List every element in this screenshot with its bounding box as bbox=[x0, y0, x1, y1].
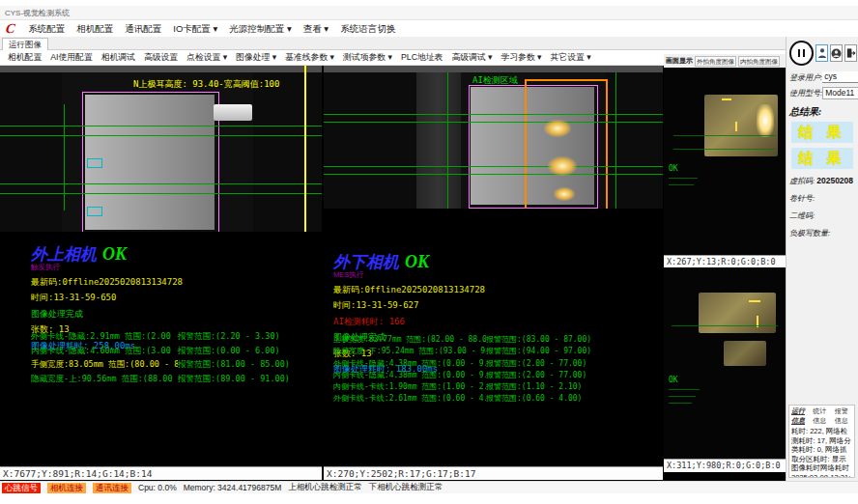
preview-tab-inner[interactable]: 内拍角度图像 bbox=[738, 56, 780, 67]
model-label: 使用型号: bbox=[789, 88, 822, 98]
camera-link-badge: 相机连接 bbox=[47, 483, 86, 493]
baseline-green bbox=[324, 122, 663, 123]
result-display-bottom: 结 果 bbox=[791, 148, 853, 169]
cpu-usage: Cpu: 0.0% bbox=[138, 483, 177, 492]
preview-header: 画面显示 外拍角度图像 内拍角度图像 bbox=[664, 54, 786, 68]
camera1-barcode: 最新码:0ffline2025020813134728 bbox=[31, 276, 318, 289]
menu-comm-config[interactable]: 通讯配置 bbox=[125, 23, 161, 36]
machine-shadow bbox=[253, 72, 322, 232]
measurement-row: 上极宽度:83.77mm 范围:(82.00 - 88.00) 报警范围:(83… bbox=[333, 334, 661, 346]
menu-camera-config[interactable]: 相机配置 bbox=[76, 23, 113, 36]
measurement-row: 外侧卡线-卡线:2.61mm 范围:(0.60 - 4.00) 报警范围:(0.… bbox=[333, 393, 661, 405]
login-user-value[interactable]: cys bbox=[822, 71, 858, 83]
tool-ai-config[interactable]: AI使用配置 bbox=[50, 52, 93, 64]
tool-advanced-settings[interactable]: 高级设置 bbox=[144, 52, 178, 64]
logout-button[interactable] bbox=[844, 44, 857, 62]
tool-spot-check[interactable]: 点检设置 ▾ bbox=[186, 52, 227, 64]
camera2-panel: AI检测区域 外下相机 OK MES执行 最新码:0ffline20250208… bbox=[324, 66, 663, 466]
weld-highlight bbox=[554, 187, 575, 201]
measurement-row: 内侧卡线-隐藏:4.38mm 范围:(0.00 - 9.00) 报警范围:(2.… bbox=[333, 370, 661, 381]
camera2-barcode: 最新码:0ffline2025020813134728 bbox=[333, 284, 659, 296]
camera2-measurements: 上极宽度:83.77mm 范围:(82.00 - 88.00) 报警范围:(83… bbox=[333, 334, 661, 406]
model-row: 使用型号: Mode11 bbox=[789, 87, 855, 99]
tool-baseline-params[interactable]: 基准线参数 ▾ bbox=[285, 52, 334, 64]
memory-usage: Memory: 3424.41796875M bbox=[184, 483, 282, 492]
measure-value: 上极宽度:83.77mm 范围:(82.00 - 88.00) bbox=[333, 334, 486, 346]
weld-highlight bbox=[544, 120, 571, 137]
tool-camera-config[interactable]: 相机配置 bbox=[8, 52, 42, 64]
model-value[interactable]: Mode11 bbox=[822, 87, 858, 99]
mark-yellow bbox=[735, 122, 737, 131]
edge-mark-cyan bbox=[87, 158, 102, 168]
baseline-green bbox=[324, 114, 663, 115]
user-dark-icon bbox=[831, 48, 842, 59]
camera1-measurements: 外侧卡线-隐藏:2.91mm 范围:(2.00 - 3.50) 报警范围:(2.… bbox=[31, 329, 320, 385]
baseline-green bbox=[0, 193, 322, 194]
upper-camera-heartbeat-msg: 上相机心跳检测正常 bbox=[288, 482, 362, 493]
window-titlebar: CYS-视觉检测系统 bbox=[0, 6, 858, 20]
tool-other-settings[interactable]: 其它设置 ▾ bbox=[551, 52, 591, 64]
pause-button[interactable] bbox=[789, 41, 814, 66]
baseline-green bbox=[0, 183, 322, 184]
preview1-image-view[interactable]: OK bbox=[664, 68, 786, 255]
total-result-label: 总结果: bbox=[789, 105, 855, 119]
tool-learn-params[interactable]: 学习参数 ▾ bbox=[500, 52, 541, 64]
preview-text-line bbox=[669, 396, 696, 397]
menu-bar: C 系统配置 相机配置 通讯配置 IO卡配置 ▾ 光源控制配置 ▾ 查看 ▾ 系… bbox=[0, 21, 858, 37]
user-switch-button[interactable] bbox=[830, 44, 843, 62]
anode-write-count-field: 负极写数量: bbox=[789, 228, 855, 238]
menu-light-config[interactable]: 光源控制配置 ▾ bbox=[229, 23, 291, 36]
ruler-line-yellow bbox=[304, 66, 306, 232]
needle-number-label: 卷针号: bbox=[789, 194, 815, 203]
run-log-text: 耗时: 222, 网络检测耗时: 17, 网络分类耗时: 0, 网络抓取分区耗时… bbox=[789, 427, 854, 478]
sidebar-buttons bbox=[786, 37, 858, 68]
window-title: CYS-视觉检测系统 bbox=[5, 9, 70, 17]
preview1-ok-text: OK bbox=[669, 164, 678, 173]
mark-yellow bbox=[722, 98, 731, 100]
info-tabs: 运行信息 统计信息 报警信息 bbox=[789, 406, 854, 427]
tool-image-processing[interactable]: 图像处理 ▾ bbox=[236, 52, 276, 64]
tool-advanced-debug[interactable]: 高级调试 ▾ bbox=[451, 52, 492, 64]
tab-alarm-info[interactable]: 报警信息 bbox=[835, 406, 852, 426]
qr-code-field: 二维码: bbox=[789, 210, 855, 221]
measure-value: 手侧宽度:83.05mm 范围:(80.00 - 86.00) bbox=[31, 357, 178, 372]
measurement-row: 内侧卡线-隐藏:4.60mm 范围:(3.00 - 6.00) 报警范围:(0.… bbox=[31, 344, 320, 358]
comm-link-badge: 通讯连接 bbox=[93, 483, 131, 493]
camera2-overlay-label: AI检测区域 bbox=[472, 74, 518, 87]
camera1-done: 图像处理完成 bbox=[31, 308, 318, 321]
camera2-image-view[interactable]: AI检测区域 bbox=[324, 66, 663, 209]
preview-header-label: 画面显示 bbox=[666, 56, 693, 66]
menu-io-config[interactable]: IO卡配置 ▾ bbox=[173, 23, 217, 36]
camera2-pixel-coords: X:270;Y:2502;R:17;G:17;B:17 bbox=[324, 466, 663, 480]
status-bar: 心跳信号 相机连接 通讯连接 Cpu: 0.0% Memory: 3424.41… bbox=[0, 481, 858, 493]
baseline-green bbox=[0, 126, 322, 126]
gripper-part bbox=[214, 104, 252, 121]
camera1-image-view[interactable]: N上极耳高度: 93.40-宽高阈值:100 bbox=[0, 66, 322, 232]
measure-value: 外侧卡线-隐藏:4.38mm 范围:(0.00 - 9.00) bbox=[333, 358, 486, 370]
measure-value: 内侧卡线-隐藏:4.38mm 范围:(0.00 - 9.00) bbox=[333, 370, 486, 381]
tab-stats-info[interactable]: 统计信息 bbox=[813, 406, 830, 426]
tab-run-info[interactable]: 运行信息 bbox=[791, 406, 809, 426]
measure-value: 外侧卡线-隐藏:2.91mm 范围:(2.00 - 3.50) bbox=[31, 329, 178, 344]
measure-value: 隐藏宽度-下:95.24mm 范围:(93.00 - 98.00) bbox=[333, 346, 486, 357]
menu-view[interactable]: 查看 ▾ bbox=[303, 23, 329, 36]
preview-baseline bbox=[673, 135, 776, 136]
alarm-range: 报警范围:(94.00 - 97.00) bbox=[486, 346, 661, 357]
tool-camera-debug[interactable]: 相机调试 bbox=[101, 52, 135, 64]
tool-test-params[interactable]: 测试项参数 ▾ bbox=[343, 52, 392, 64]
preview-tab-outer[interactable]: 外拍角度图像 bbox=[695, 56, 736, 67]
menu-system-config[interactable]: 系统配置 bbox=[28, 23, 65, 36]
measurement-row: 隐藏宽度-下:95.24mm 范围:(93.00 - 98.00) 报警范围:(… bbox=[333, 346, 661, 357]
baseline-green bbox=[324, 166, 663, 167]
user-login-button[interactable] bbox=[815, 44, 828, 62]
menu-language-switch[interactable]: 系统语言切换 bbox=[340, 23, 395, 36]
camera1-ok-status: OK bbox=[102, 244, 127, 265]
machine-pillar bbox=[416, 72, 461, 209]
preview2-ok-text: OK bbox=[669, 376, 678, 384]
preview2-image-view[interactable]: OK bbox=[664, 267, 786, 459]
baseline-green-vertical bbox=[447, 72, 448, 209]
camera2-time: 时间:13-31-59-627 bbox=[333, 299, 659, 312]
tool-plc-address[interactable]: PLC地址表 bbox=[401, 52, 443, 64]
baseline-green-vertical bbox=[615, 72, 616, 209]
tab-run-image[interactable]: 运行图像 bbox=[2, 38, 48, 51]
